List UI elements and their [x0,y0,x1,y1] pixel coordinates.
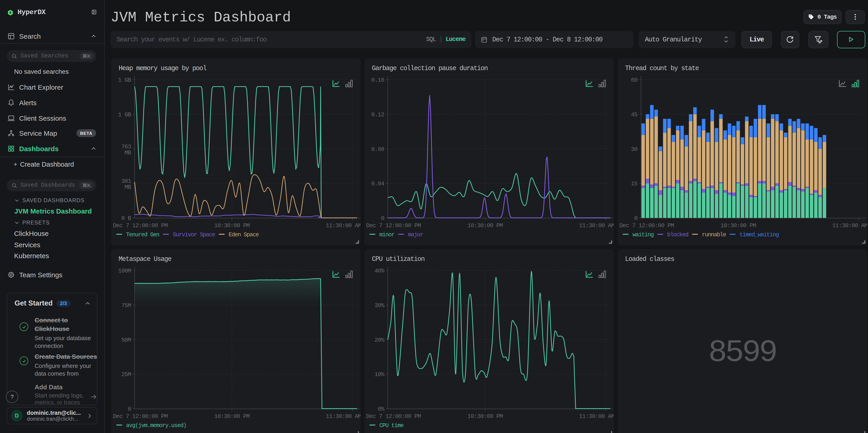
svg-text:0: 0 [127,405,131,412]
svg-text:major: major [408,231,423,238]
svg-text:30%: 30% [374,302,384,309]
svg-text:CPU time: CPU time [379,422,403,429]
svg-text:11:30:00 AM: 11:30:00 AM [832,222,867,229]
svg-text:MB: MB [124,184,131,190]
svg-text:10%: 10% [374,371,384,378]
svg-text:0.04: 0.04 [371,180,384,187]
svg-text:blocked: blocked [667,231,688,238]
svg-text:60: 60 [631,76,637,83]
svg-text:50M: 50M [121,337,131,343]
svg-text:11:30:00 AM: 11:30:00 AM [326,413,361,420]
svg-text:0: 0 [381,215,384,221]
svg-text:10:30:00 PM: 10:30:00 PM [214,222,249,229]
svg-text:75M: 75M [121,302,131,309]
svg-text:0.12: 0.12 [371,111,384,118]
svg-text:11:30:00 AM: 11:30:00 AM [579,222,614,229]
svg-text:Dec 7 12:00:00 PM: Dec 7 12:00:00 PM [113,222,167,229]
svg-text:25M: 25M [121,371,131,378]
svg-text:45: 45 [631,111,637,118]
svg-text:10:30:00 PM: 10:30:00 PM [467,222,502,229]
svg-text:minor: minor [379,231,394,238]
svg-text:11:30:00 AM: 11:30:00 AM [326,222,361,229]
svg-text:Tenured Gen: Tenured Gen [126,231,159,238]
svg-text:Dec 7 12:00:00 PM: Dec 7 12:00:00 PM [113,413,167,420]
svg-text:0: 0 [634,215,637,221]
svg-text:waiting: waiting [632,231,653,238]
svg-text:10:30:00 PM: 10:30:00 PM [467,413,502,420]
svg-text:Survivor Space: Survivor Space [173,231,215,238]
svg-text:30: 30 [631,146,637,153]
svg-text:timed_waiting: timed_waiting [739,231,778,238]
svg-text:10:30:00 PM: 10:30:00 PM [214,413,249,420]
svg-text:Dec 7 12:00:00 PM: Dec 7 12:00:00 PM [366,222,421,229]
svg-text:10:30:00 PM: 10:30:00 PM [720,222,756,229]
svg-text:Dec 7 12:00:00 PM: Dec 7 12:00:00 PM [619,222,674,229]
svg-text:11:30:00 AM: 11:30:00 AM [579,413,614,420]
svg-text:runnable: runnable [702,231,726,238]
svg-text:0%: 0% [377,405,384,412]
svg-text:MB: MB [124,149,131,156]
svg-text:Dec 7 12:00:00 PM: Dec 7 12:00:00 PM [366,413,421,420]
svg-text:1 GB: 1 GB [118,111,131,118]
svg-text:40%: 40% [374,267,384,274]
svg-text:15: 15 [631,180,637,187]
svg-text:20%: 20% [374,337,384,343]
svg-text:100M: 100M [118,267,131,274]
svg-text:avg(jvm.memory.used): avg(jvm.memory.used) [126,422,186,429]
svg-text:1 GB: 1 GB [118,76,131,83]
svg-text:0.16: 0.16 [371,76,384,83]
svg-text:Eden Space: Eden Space [228,231,259,238]
svg-text:0.08: 0.08 [371,146,384,153]
svg-text:0 B: 0 B [121,215,131,221]
